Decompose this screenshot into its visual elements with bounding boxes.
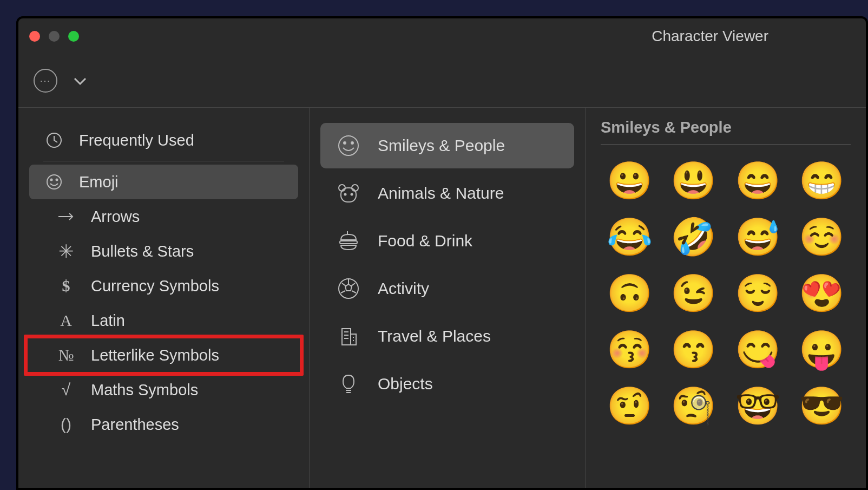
window-title: Character Viewer: [18, 28, 866, 45]
sidebar-divider: [43, 161, 284, 161]
category-label: Smileys & People: [378, 136, 505, 155]
parens-icon: (): [56, 415, 76, 434]
emoji-panel: Smileys & People 😀 😃 😄 😁 😂 🤣 😅 ☺️ 🙃 😉 😌 …: [586, 108, 866, 488]
category-panel: Smileys & People Animals & Nature Food &…: [310, 108, 586, 488]
smiley-icon: [44, 172, 64, 192]
emoji-grid: 😀 😃 😄 😁 😂 🤣 😅 ☺️ 🙃 😉 😌 😍 😚 😙 😋 😛 🤨 🧐 🤓: [601, 158, 851, 428]
category-label: Activity: [378, 279, 429, 298]
svg-point-11: [351, 194, 353, 195]
category-label: Food & Drink: [378, 232, 472, 250]
toolbar: ⋯: [18, 54, 866, 108]
dollar-icon: $: [56, 276, 76, 296]
category-item-objects[interactable]: Objects: [320, 361, 574, 407]
sidebar-item-label: Currency Symbols: [91, 277, 219, 295]
sidebar-item-latin[interactable]: A Latin: [29, 303, 298, 338]
emoji-item[interactable]: 😋: [733, 331, 782, 368]
emoji-item[interactable]: 🤨: [605, 387, 654, 424]
more-options-button[interactable]: ⋯: [34, 69, 57, 93]
emoji-item[interactable]: 🧐: [669, 387, 719, 424]
emoji-item[interactable]: 😂: [605, 218, 654, 255]
soccer-icon: [337, 277, 360, 300]
emoji-item[interactable]: 😍: [798, 275, 847, 311]
emoji-item[interactable]: 😀: [605, 162, 654, 199]
clock-icon: [44, 130, 64, 150]
category-item-food[interactable]: Food & Drink: [320, 218, 574, 264]
sidebar-item-arrows[interactable]: Arrows: [29, 199, 298, 234]
category-label: Travel & Places: [378, 327, 491, 345]
titlebar: Character Viewer: [18, 18, 866, 54]
sidebar-item-label: Arrows: [91, 208, 140, 226]
chevron-down-icon: [74, 77, 87, 86]
sidebar-item-frequently-used[interactable]: Frequently Used: [29, 123, 298, 158]
dropdown-button[interactable]: [74, 72, 87, 89]
svg-point-4: [339, 136, 358, 155]
sidebar-item-currency[interactable]: $ Currency Symbols: [29, 269, 298, 303]
character-viewer-window: Character Viewer ⋯ Frequently Used Emoji…: [16, 16, 868, 490]
emoji-item[interactable]: 🤓: [733, 387, 782, 424]
emoji-item[interactable]: 😛: [798, 331, 847, 368]
numero-icon: №: [56, 345, 76, 365]
arrow-icon: [56, 207, 76, 226]
emoji-section-title: Smileys & People: [601, 119, 851, 145]
sidebar-item-label: Frequently Used: [79, 132, 194, 149]
sidebar-item-maths[interactable]: √ Maths Symbols: [29, 373, 298, 407]
svg-rect-9: [341, 188, 356, 202]
emoji-item[interactable]: 🙃: [605, 275, 654, 311]
svg-marker-14: [345, 284, 352, 291]
emoji-item[interactable]: 😅: [733, 218, 782, 255]
sidebar-item-label: Letterlike Symbols: [91, 347, 219, 364]
sidebar-item-letterlike[interactable]: № Letterlike Symbols: [29, 338, 298, 373]
svg-point-10: [345, 194, 346, 195]
emoji-item[interactable]: 😚: [605, 331, 654, 368]
emoji-item[interactable]: 😃: [669, 162, 719, 199]
sidebar-item-label: Maths Symbols: [91, 381, 198, 399]
letter-a-icon: A: [56, 311, 76, 330]
category-item-travel[interactable]: Travel & Places: [320, 313, 574, 359]
emoji-item[interactable]: ☺️: [798, 218, 847, 255]
emoji-item[interactable]: 😎: [798, 387, 847, 424]
category-label: Animals & Nature: [378, 184, 504, 202]
sidebar-item-label: Parentheses: [91, 416, 179, 434]
category-item-smileys[interactable]: Smileys & People: [320, 123, 574, 168]
emoji-item[interactable]: 😌: [733, 275, 782, 311]
sidebar: Frequently Used Emoji Arrows ✳ Bullets &…: [18, 108, 310, 488]
svg-point-1: [47, 175, 61, 189]
sidebar-item-label: Latin: [91, 312, 125, 330]
emoji-item[interactable]: 😉: [669, 275, 719, 311]
burger-icon: [337, 229, 360, 253]
star-icon: ✳: [56, 241, 76, 261]
svg-point-5: [344, 142, 346, 144]
emoji-item[interactable]: 🤣: [669, 218, 719, 255]
sidebar-item-parentheses[interactable]: () Parentheses: [29, 407, 298, 442]
ellipsis-icon: ⋯: [40, 74, 51, 87]
emoji-item[interactable]: 😁: [798, 162, 847, 199]
category-item-activity[interactable]: Activity: [320, 266, 574, 311]
emoji-item[interactable]: 😄: [733, 162, 782, 199]
category-item-animals[interactable]: Animals & Nature: [320, 171, 574, 216]
sidebar-item-emoji[interactable]: Emoji: [29, 165, 298, 199]
sidebar-item-label: Emoji: [79, 173, 119, 191]
svg-rect-12: [340, 241, 357, 244]
svg-point-3: [56, 179, 58, 181]
sqrt-icon: √: [56, 380, 76, 400]
svg-point-6: [351, 142, 353, 144]
category-label: Objects: [378, 375, 433, 393]
bear-icon: [337, 181, 360, 205]
content-area: Frequently Used Emoji Arrows ✳ Bullets &…: [18, 108, 866, 488]
bulb-icon: [337, 372, 360, 396]
building-icon: [337, 324, 360, 348]
svg-rect-15: [342, 329, 351, 345]
sidebar-item-bullets-stars[interactable]: ✳ Bullets & Stars: [29, 234, 298, 269]
sidebar-item-label: Bullets & Stars: [91, 243, 194, 260]
smiley-icon: [337, 134, 360, 158]
svg-rect-16: [351, 334, 356, 345]
emoji-item[interactable]: 😙: [669, 331, 719, 368]
svg-point-2: [51, 179, 52, 181]
